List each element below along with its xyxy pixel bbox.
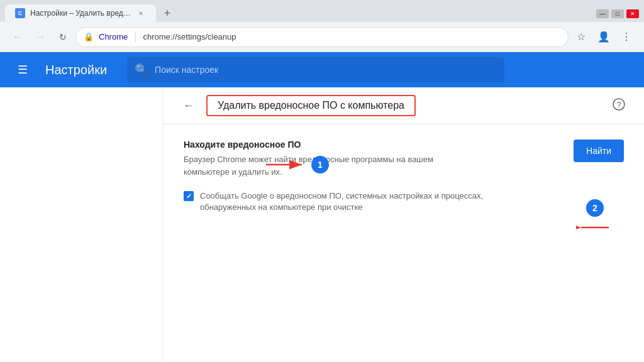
page-back-button[interactable]: ← [179,96,199,116]
help-icon: ? [613,98,625,114]
content-body: Находите вредоносное ПО Браузер Chrome м… [164,124,644,228]
bookmark-icon: ☆ [577,31,586,43]
forward-nav-button[interactable]: → [30,27,50,47]
maximize-button[interactable]: □ [611,9,624,18]
tab-close-button[interactable]: × [136,8,146,18]
help-button[interactable]: ? [609,96,629,116]
minimize-button[interactable]: — [596,9,609,18]
search-bar[interactable]: 🔍 [127,57,504,82]
section-desc: Браузер Chrome может найти вредоносные п… [184,153,473,178]
menu-icon: ⋮ [621,31,631,43]
browser-tab[interactable]: C Настройки – Удалить вредоно... × [5,4,156,22]
menu-button[interactable]: ⋮ [616,27,636,47]
tab-title: Настройки – Удалить вредоно... [30,9,131,18]
section-title: Находите вредоносное ПО [184,140,473,150]
address-separator: | [134,31,136,43]
title-bar: C Настройки – Удалить вредоно... × + — □… [0,0,644,22]
reload-icon: ↻ [59,32,67,42]
checkbox-label: Сообщать Google о вредоносном ПО, систем… [200,190,489,213]
search-input[interactable] [155,65,497,75]
section-text: Находите вредоносное ПО Браузер Chrome м… [184,140,473,178]
reload-button[interactable]: ↻ [53,27,73,47]
hamburger-button[interactable]: ☰ [10,57,35,82]
sidebar [0,87,164,362]
profile-button[interactable]: 👤 [594,27,614,47]
new-tab-button[interactable]: + [158,4,176,22]
section-row: Находите вредоносное ПО Браузер Chrome м… [184,140,624,178]
app-title: Настройки [45,63,107,77]
chrome-label: Chrome [99,32,128,41]
profile-icon: 👤 [597,31,610,43]
tab-favicon: C [15,8,25,18]
find-button[interactable]: Найти [574,140,624,162]
search-icon: 🔍 [135,63,148,77]
page-back-icon: ← [183,99,194,112]
main-container: ← Удалить вредоносное ПО с компьютера ? … [0,87,644,362]
secure-icon: 🔒 [84,32,94,41]
content-area: ← Удалить вредоносное ПО с компьютера ? … [164,87,644,362]
bookmark-button[interactable]: ☆ [571,27,591,47]
window-controls: — □ ✕ [596,9,639,22]
close-window-button[interactable]: ✕ [626,9,639,18]
checkbox-row: ✓ Сообщать Google о вредоносном ПО, сист… [184,190,624,213]
nav-bar: ← → ↻ 🔒 Chrome | chrome://settings/clean… [0,22,644,52]
hamburger-icon: ☰ [18,63,28,77]
svg-text:?: ? [617,101,621,109]
report-checkbox[interactable]: ✓ [184,191,194,201]
page-title: Удалить вредоносное ПО с компьютера [206,95,416,116]
forward-nav-icon: → [35,31,45,43]
address-bar[interactable]: 🔒 Chrome | chrome://settings/cleanup [75,27,569,47]
back-nav-button[interactable]: ← [8,27,28,47]
page-header: ← Удалить вредоносное ПО с компьютера ? [164,87,644,124]
back-nav-icon: ← [13,31,23,43]
nav-right-controls: ☆ 👤 ⋮ [571,27,636,47]
checkbox-check-icon: ✓ [186,192,192,200]
address-text: chrome://settings/cleanup [143,32,236,41]
app-header: ☰ Настройки 🔍 [0,52,644,87]
